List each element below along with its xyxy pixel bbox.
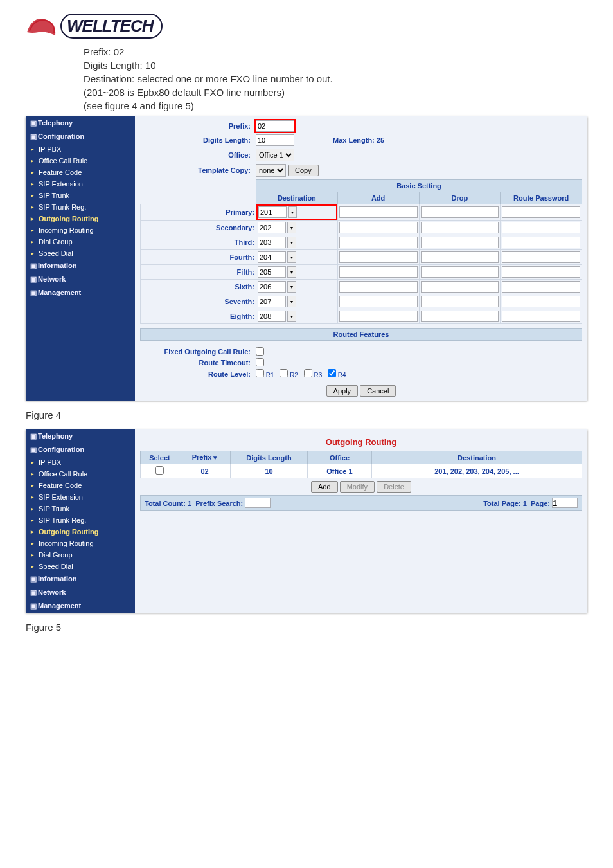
drop-input[interactable] [421, 281, 499, 293]
add-input[interactable] [339, 222, 418, 233]
route-password-input[interactable] [502, 237, 580, 248]
prefix-search-input[interactable] [245, 498, 271, 508]
sidebar-section-configuration[interactable]: ▣Configuration [26, 130, 135, 143]
route-timeout-checkbox[interactable] [256, 358, 264, 366]
page-input[interactable] [552, 498, 578, 508]
destination-input[interactable] [258, 281, 286, 293]
sidebar-section-information[interactable]: ▣Information [26, 259, 135, 273]
sidebar-item-sip-extension[interactable]: ▸SIP Extension [26, 178, 135, 190]
route-password-input[interactable] [502, 311, 580, 322]
sidebar-section-management[interactable]: ▣Management [26, 599, 135, 613]
chevron-down-icon[interactable]: ▾ [287, 251, 296, 263]
destination-input[interactable] [258, 251, 286, 263]
route-level-r2[interactable]: R2 [280, 372, 298, 379]
route-password-input[interactable] [502, 281, 580, 293]
sidebar-item-office-call-rule[interactable]: ▸Office Call Rule [26, 468, 135, 480]
sidebar-section-information[interactable]: ▣Information [26, 572, 135, 586]
drop-input[interactable] [421, 311, 499, 322]
destination-input[interactable] [258, 296, 286, 307]
route-password-input[interactable] [502, 251, 580, 263]
cancel-button[interactable]: Cancel [360, 385, 396, 397]
sidebar-section-network[interactable]: ▣Network [26, 273, 135, 286]
col-office[interactable]: Office [308, 451, 372, 464]
chevron-down-icon[interactable]: ▾ [287, 266, 296, 278]
add-button[interactable]: Add [311, 481, 338, 493]
digits-length-input[interactable] [256, 134, 294, 146]
sidebar-item-feature-code[interactable]: ▸Feature Code [26, 480, 135, 491]
col-digits-length[interactable]: Digits Length [231, 451, 308, 464]
route-password-input[interactable] [502, 206, 580, 218]
add-input[interactable] [339, 311, 418, 322]
sidebar-item-incoming-routing[interactable]: ▸Incoming Routing [26, 224, 135, 236]
route-password-input[interactable] [502, 266, 580, 278]
chevron-down-icon[interactable]: ▾ [287, 296, 296, 307]
destination-input[interactable] [258, 266, 286, 278]
col-select[interactable]: Select [141, 451, 179, 464]
sidebar-section-management[interactable]: ▣Management [26, 286, 135, 300]
drop-input[interactable] [421, 251, 499, 263]
drop-input[interactable] [421, 222, 499, 233]
sidebar-item-sip-extension[interactable]: ▸SIP Extension [26, 491, 135, 503]
sidebar-item-sip-trunk-reg[interactable]: ▸SIP Trunk Reg. [26, 514, 135, 526]
route-level-r1[interactable]: R1 [256, 372, 274, 379]
chevron-down-icon[interactable]: ▾ [287, 237, 296, 248]
sidebar-section-label: Network [38, 588, 66, 596]
drop-input[interactable] [421, 266, 499, 278]
route-level-r3[interactable]: R3 [304, 372, 323, 379]
sidebar-item-sip-trunk-reg[interactable]: ▸SIP Trunk Reg. [26, 201, 135, 213]
sidebar-item-ip-pbx[interactable]: ▸IP PBX [26, 457, 135, 468]
r1-checkbox[interactable] [256, 369, 264, 377]
sidebar-item-outgoing-routing[interactable]: ▸Outgoing Routing [26, 526, 135, 538]
sidebar-item-dial-group[interactable]: ▸Dial Group [26, 549, 135, 561]
destination-input[interactable] [258, 237, 286, 248]
drop-input[interactable] [421, 206, 499, 218]
sidebar-item-speed-dial[interactable]: ▸Speed Dial [26, 248, 135, 259]
chevron-down-icon[interactable]: ▾ [287, 222, 296, 233]
add-input[interactable] [339, 237, 418, 248]
table-row[interactable]: 02 10 Office 1 201, 202, 203, 204, 205, … [141, 464, 582, 478]
r3-checkbox[interactable] [304, 369, 312, 377]
col-destination[interactable]: Destination [372, 451, 582, 464]
r2-checkbox[interactable] [280, 369, 288, 377]
office-select[interactable]: Office 1 [256, 149, 294, 161]
sidebar-item-incoming-routing[interactable]: ▸Incoming Routing [26, 538, 135, 549]
sidebar-item-dial-group[interactable]: ▸Dial Group [26, 236, 135, 248]
sidebar-item-ip-pbx[interactable]: ▸IP PBX [26, 143, 135, 155]
add-input[interactable] [339, 206, 418, 218]
drop-input[interactable] [421, 296, 499, 307]
row-select-checkbox[interactable] [155, 466, 164, 475]
drop-input[interactable] [421, 237, 499, 248]
template-copy-select[interactable]: none [256, 164, 286, 177]
fixed-outgoing-checkbox[interactable] [256, 347, 264, 356]
sidebar-section-configuration[interactable]: ▣Configuration [26, 443, 135, 457]
add-input[interactable] [339, 266, 418, 278]
copy-button[interactable]: Copy [288, 165, 319, 176]
modify-button[interactable]: Modify [340, 481, 375, 493]
chevron-down-icon[interactable]: ▾ [287, 311, 296, 322]
destination-input[interactable] [258, 311, 286, 322]
destination-input[interactable] [258, 222, 286, 233]
sidebar-section-network[interactable]: ▣Network [26, 586, 135, 599]
chevron-down-icon[interactable]: ▾ [288, 206, 297, 218]
sidebar-item-speed-dial[interactable]: ▸Speed Dial [26, 561, 135, 572]
col-prefix[interactable]: Prefix ▾ [179, 451, 231, 464]
sidebar-item-sip-trunk[interactable]: ▸SIP Trunk [26, 503, 135, 514]
sidebar-item-office-call-rule[interactable]: ▸Office Call Rule [26, 155, 135, 167]
destination-input[interactable] [258, 206, 287, 218]
route-password-input[interactable] [502, 296, 580, 307]
route-password-input[interactable] [502, 222, 580, 233]
sidebar-item-outgoing-routing[interactable]: ▸Outgoing Routing [26, 213, 135, 224]
apply-button[interactable]: Apply [326, 385, 359, 397]
add-input[interactable] [339, 281, 418, 293]
r4-checkbox[interactable] [328, 369, 336, 377]
sidebar-item-sip-trunk[interactable]: ▸SIP Trunk [26, 190, 135, 201]
sidebar-section-telephony[interactable]: ▣Telephony [26, 429, 135, 443]
route-level-r4[interactable]: R4 [328, 372, 346, 379]
sidebar-section-telephony[interactable]: ▣Telephony [26, 116, 135, 130]
delete-button[interactable]: Delete [377, 481, 411, 493]
chevron-down-icon[interactable]: ▾ [287, 281, 296, 293]
sidebar-item-feature-code[interactable]: ▸Feature Code [26, 167, 135, 178]
add-input[interactable] [339, 296, 418, 307]
add-input[interactable] [339, 251, 418, 263]
prefix-input[interactable] [256, 120, 294, 132]
